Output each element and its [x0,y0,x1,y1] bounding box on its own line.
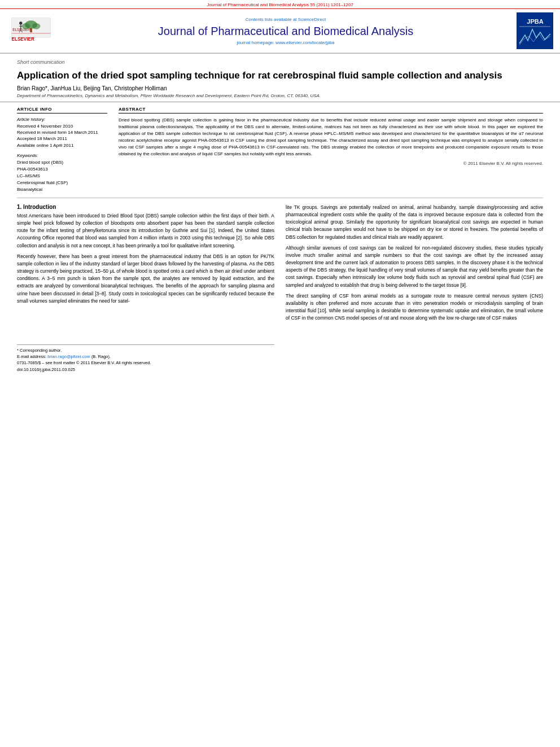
recently-text: Recently [17,254,36,259]
svg-text:JPBA: JPBA [527,18,543,25]
jpba-logo: JPBA [517,12,553,49]
revised-date: Received in revised form 14 March 2011 [17,129,107,136]
svg-point-5 [32,23,41,29]
svg-point-4 [22,23,30,29]
svg-point-7 [19,21,22,24]
keyword-5: Bioanalytical [17,186,107,193]
body-left-column: 1. Introduction Most Americans have been… [17,204,274,373]
svg-text:ELSEVIER: ELSEVIER [11,36,34,41]
jpba-logo-area: JPBA [515,12,554,49]
right-paragraph-1: lite TK groups. Savings are potentially … [286,204,543,241]
article-type: Short communication [0,53,560,66]
body-right-column: lite TK groups. Savings are potentially … [286,204,543,373]
sciencedirect-link: Contents lists available at ScienceDirec… [246,17,326,22]
right-paragraph-2: Although similar avenues of cost savings… [286,244,543,289]
journal-header: ELSEVIER ELSEVIER Contents lists availab… [0,9,560,53]
body-content-section: 1. Introduction Most Americans have been… [0,198,560,378]
elsevier-logo-area: ELSEVIER ELSEVIER [6,12,56,49]
accepted-date: Accepted 18 March 2011 [17,136,107,142]
right-paragraph-3: The direct sampling of CSF from animal m… [286,292,543,322]
article-info-abstract-section: Article info Article history: Received 4… [0,102,560,198]
keywords-label: Keywords: [17,153,107,158]
affiliation-line: Department of Pharmacokinetics, Dynamics… [0,93,560,102]
intro-paragraph-2: Recently however, there has been a great… [17,253,274,305]
keyword-3: LC–MS/MS [17,173,107,180]
received-date: Received 4 November 2010 [17,123,107,129]
doi-line-2: doi:10.1016/j.jpba.2011.03.025 [17,366,274,373]
journal-citation: Journal of Pharmaceutical and Biomedical… [207,2,353,7]
history-label: Article history: [17,117,107,122]
corresponding-author-note: * Corresponding author. [17,347,274,353]
doi-line-1: 0731-7085/$ – see front matter © 2011 El… [17,360,274,366]
article-title: Application of the dried spot sampling t… [0,66,560,84]
abstract-panel: Abstract Dried blood spotting (DBS) samp… [119,107,543,193]
available-date: Available online 1 April 2011 [17,142,107,148]
article-info-panel: Article info Article history: Received 4… [17,107,107,193]
intro-heading: 1. Introduction [17,204,274,210]
footnote-area: * Corresponding author. E-mail address: … [17,344,274,373]
abstract-text: Dried blood spotting (DBS) sample collec… [119,117,543,158]
svg-rect-6 [30,28,32,32]
email-footnote: E-mail address: brian.rago@pfizer.com (B… [17,353,274,360]
keyword-2: PHA-00543613 [17,166,107,173]
journal-title-area: Contents lists available at ScienceDirec… [61,12,510,49]
copyright-notice: © 2011 Elsevier B.V. All rights reserved… [119,161,543,166]
elsevier-logo: ELSEVIER ELSEVIER [8,17,54,45]
authors-line: Brian Rago*, JianHua Liu, Beijing Tan, C… [0,84,560,93]
keyword-1: Dried blood spot (DBS) [17,159,107,166]
article-info-heading: Article info [17,107,107,113]
homepage-url: journal homepage: www.elsevier.com/locat… [237,40,334,45]
intro-paragraph-1: Most Americans have been introduced to D… [17,212,274,250]
top-citation-bar: Journal of Pharmaceutical and Biomedical… [0,0,560,9]
keywords-section: Keywords: Dried blood spot (DBS) PHA-005… [17,153,107,193]
intro-para2-rest: however, there has been a great interest… [17,254,274,304]
keyword-4: Cerebrospinal fluid (CSF) [17,180,107,186]
journal-name: Journal of Pharmaceutical and Biomedical… [158,24,413,38]
abstract-heading: Abstract [119,107,543,113]
